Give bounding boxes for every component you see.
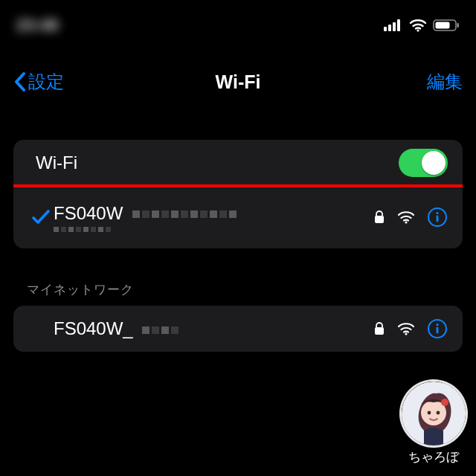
svg-rect-7	[457, 23, 460, 28]
wifi-group: Wi-Fi FS040W	[13, 140, 463, 248]
svg-point-11	[436, 212, 438, 214]
info-icon[interactable]	[427, 318, 448, 339]
svg-point-21	[437, 411, 440, 415]
svg-rect-12	[437, 216, 439, 222]
avatar[interactable]	[402, 382, 466, 446]
status-bar: 23:48	[0, 0, 476, 40]
wifi-icon	[397, 322, 415, 335]
network-ssid-text: FS040W_	[54, 318, 133, 338]
obfuscated-text	[54, 227, 237, 232]
back-button[interactable]: 設定	[13, 70, 64, 94]
svg-rect-2	[393, 22, 396, 31]
nav-bar: 設定 Wi-Fi 編集	[0, 61, 476, 103]
battery-icon	[433, 19, 460, 32]
wifi-status-icon	[409, 19, 427, 32]
back-label: 設定	[28, 70, 64, 94]
cell-signal-icon	[384, 19, 403, 31]
svg-rect-1	[388, 25, 391, 31]
avatar-overlay: ちゃろぼ	[402, 382, 466, 466]
wifi-toggle-row: Wi-Fi	[13, 140, 463, 186]
network-row[interactable]: FS040W_	[13, 306, 463, 352]
check-icon	[31, 208, 51, 226]
svg-point-14	[405, 332, 407, 335]
lock-icon	[373, 321, 385, 336]
obfuscated-text	[132, 210, 237, 218]
page-title: Wi-Fi	[0, 71, 476, 93]
obfuscated-text	[142, 327, 178, 334]
my-networks-group: FS040W_	[13, 306, 463, 352]
svg-point-22	[441, 399, 448, 406]
status-time: 23:48	[16, 16, 58, 35]
svg-point-16	[436, 324, 438, 326]
connected-network-row[interactable]: FS040W	[13, 186, 463, 248]
svg-point-4	[416, 29, 419, 31]
edit-button[interactable]: 編集	[427, 70, 463, 94]
svg-rect-13	[375, 327, 384, 335]
svg-rect-6	[436, 22, 450, 29]
chevron-left-icon	[13, 71, 27, 92]
wifi-icon	[397, 210, 415, 224]
avatar-label: ちゃろぼ	[408, 448, 459, 466]
section-header-my-networks: マイネットワーク	[27, 281, 449, 298]
svg-rect-3	[397, 19, 400, 31]
svg-rect-8	[375, 216, 384, 223]
wifi-toggle[interactable]	[399, 149, 448, 177]
connected-ssid-text: FS040W	[54, 203, 123, 223]
info-icon[interactable]	[427, 207, 448, 228]
lock-icon	[373, 210, 385, 225]
svg-rect-0	[384, 27, 387, 31]
network-ssid: FS040W_	[54, 318, 178, 339]
connected-ssid: FS040W	[54, 203, 237, 232]
svg-point-20	[428, 411, 431, 415]
svg-rect-17	[437, 327, 439, 334]
svg-point-9	[405, 221, 407, 223]
wifi-toggle-label: Wi-Fi	[36, 152, 399, 173]
